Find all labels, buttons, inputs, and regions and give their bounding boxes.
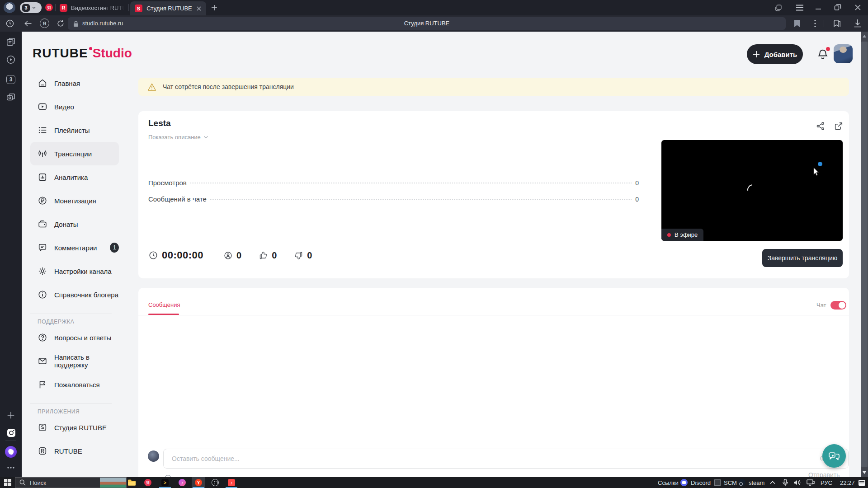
news-widget-image[interactable] (100, 478, 126, 488)
taskbar-yandex-app[interactable]: Я (141, 477, 155, 488)
taskbar-search[interactable]: Поиск (15, 477, 127, 488)
time-label: 22:27 (840, 479, 855, 486)
stream-preview-player[interactable]: В эфире (661, 140, 843, 241)
yandex-button[interactable]: Я (40, 19, 49, 28)
sidebar-item-video[interactable]: Видео (30, 95, 119, 118)
screenshot-panel-icon[interactable] (6, 93, 16, 103)
feed-panel-icon[interactable] (6, 38, 16, 47)
download-icon[interactable] (854, 19, 862, 28)
sidebar-item-monetization[interactable]: Монетизация (30, 189, 119, 212)
analytics-icon (38, 172, 47, 182)
scroll-up-arrow[interactable] (863, 35, 866, 38)
sidebar-item-label: Настройки канала (54, 267, 112, 275)
panels-icon[interactable] (774, 4, 783, 12)
pinned-tab-yandex[interactable]: Я (45, 4, 53, 11)
toolbar-separator (824, 20, 824, 27)
sidebar-item-app-rutube[interactable]: RUTUBE (30, 439, 119, 463)
sidebar-item-label: RUTUBE (54, 447, 82, 455)
sidebar-item-donations[interactable]: Донаты (30, 212, 119, 236)
scrollbar-thumb[interactable] (861, 42, 868, 467)
menu-icon[interactable] (796, 4, 804, 11)
sidebar-item-report[interactable]: Пожаловаться (30, 373, 119, 396)
sidebar-item-faq[interactable]: Вопросы и ответы (30, 326, 119, 349)
browser-logo-icon[interactable] (4, 2, 15, 14)
page-scrollbar[interactable] (861, 32, 868, 477)
sidebar-item-channel-settings[interactable]: Настройки канала (30, 259, 119, 283)
tray-expand-icon[interactable] (770, 481, 775, 484)
video-panel-icon[interactable] (6, 55, 16, 65)
start-button-icon[interactable] (4, 479, 11, 486)
collections-icon[interactable] (832, 19, 842, 28)
sidebar: Главная Видео Плейлисты Трансляции Анали… (30, 71, 119, 463)
taskbar-music-app[interactable]: ♪ (175, 477, 189, 488)
new-tab-icon[interactable] (211, 4, 218, 11)
language-indicator[interactable]: РУС (821, 477, 832, 488)
history-icon[interactable] (5, 19, 14, 28)
taskbar-dark-app[interactable]: > (158, 477, 172, 488)
sidebar-item-label: Вопросы и ответы (54, 334, 111, 342)
minimize-icon[interactable] (815, 5, 821, 10)
taskbar-music2-app[interactable]: ♪ (225, 477, 238, 488)
back-icon[interactable] (24, 19, 33, 28)
notification-dot (826, 47, 830, 51)
sidebar-divider (30, 314, 112, 314)
music2-app-icon: ♪ (228, 479, 235, 486)
tab-messages[interactable]: Сообщения (148, 301, 180, 308)
tray-steam[interactable]: steam (738, 477, 764, 488)
alice-assistant-icon[interactable] (5, 446, 17, 458)
sidebar-item-broadcasts[interactable]: Трансляции (30, 142, 119, 165)
taskbar-explorer[interactable] (125, 477, 138, 488)
add-button[interactable]: Добавить (747, 44, 803, 64)
tab-studio-rutube[interactable]: S Студия RUTUBE (130, 1, 206, 15)
maximize-icon[interactable] (834, 4, 841, 11)
live-badge: В эфире (661, 229, 703, 241)
end-stream-label: Завершить трансляцию (768, 254, 838, 262)
chat-toggle[interactable] (830, 301, 846, 310)
sidebar-item-blogger-guide[interactable]: Справочник блогера (30, 283, 119, 306)
strip-more-icon[interactable] (7, 466, 15, 469)
taskbar-obs[interactable] (208, 477, 222, 488)
sidebar-item-playlists[interactable]: Плейлисты (30, 118, 119, 142)
user-avatar[interactable] (834, 44, 853, 63)
bookmark-icon[interactable] (793, 19, 801, 28)
tab-rutube-video[interactable]: R Видеохостинг RUTUBE. С (57, 0, 128, 15)
sidebar-item-app-studio[interactable]: Студия RUTUBE (30, 416, 119, 439)
show-description-link[interactable]: Показать описание (148, 134, 208, 141)
tab-group-pill[interactable]: 3 (20, 2, 42, 13)
close-tab-icon[interactable] (196, 6, 202, 11)
microphone-icon[interactable] (783, 479, 788, 486)
action-center[interactable] (859, 477, 865, 488)
sidebar-item-label: Справочник блогера (54, 291, 118, 299)
share-icon[interactable] (816, 121, 826, 131)
sidebar-item-analytics[interactable]: Аналитика (30, 165, 119, 189)
tab1-label: Видеохостинг RUTUBE. С (71, 5, 124, 11)
external-link-icon[interactable] (834, 121, 844, 131)
search-placeholder: Поиск (30, 479, 46, 486)
sidebar-item-comments[interactable]: Комментарии 1 (30, 236, 119, 259)
refresh-icon[interactable] (56, 19, 65, 28)
sidebar-item-home[interactable]: Главная (30, 71, 119, 95)
tabs-count-panel-icon[interactable]: 3 (6, 75, 15, 84)
like-icon[interactable] (259, 251, 268, 260)
chat-message-input[interactable] (163, 449, 849, 469)
taskbar-yandex-browser[interactable]: Y (192, 477, 205, 488)
end-stream-button[interactable]: Завершить трансляцию (762, 249, 843, 267)
add-panel-icon[interactable] (6, 410, 16, 420)
support-chat-float-button[interactable] (822, 444, 846, 468)
sidebar-item-contact-support[interactable]: Написать в поддержку (30, 349, 119, 373)
address-bar[interactable]: studio.rutube.ru Студия RUTUBE (68, 17, 786, 30)
instagram-icon[interactable] (6, 427, 17, 438)
tray-scm[interactable]: SCM (714, 477, 737, 488)
scroll-down-arrow[interactable] (863, 471, 866, 474)
rutube-studio-logo[interactable]: RUTUBE Studio (33, 46, 132, 61)
network-icon[interactable] (807, 479, 815, 486)
speaker-icon[interactable] (793, 479, 801, 486)
close-window-icon[interactable] (854, 4, 861, 11)
tray-discord[interactable]: Discord (680, 477, 711, 488)
clock[interactable]: 22:27 (840, 477, 855, 488)
links-toolbar[interactable]: Ссылки (658, 477, 679, 488)
more-options-icon[interactable] (814, 19, 816, 28)
tab1-favicon: R (60, 4, 67, 12)
dislike-icon[interactable] (294, 251, 303, 260)
dark-app-icon: > (161, 479, 169, 486)
